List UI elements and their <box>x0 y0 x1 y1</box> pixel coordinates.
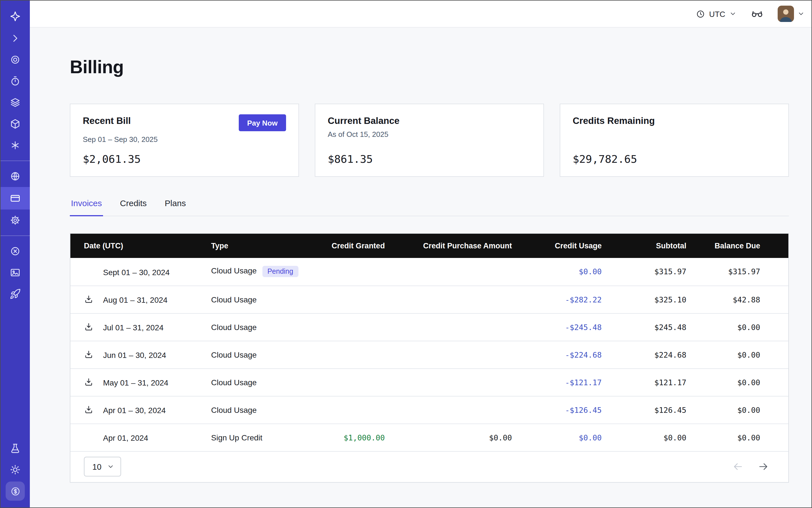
credit-granted-cell <box>312 313 385 341</box>
glasses-button[interactable] <box>751 8 763 20</box>
sidebar-item-cube[interactable] <box>1 113 30 135</box>
type-cell: Cloud Usage <box>211 368 312 396</box>
invoice-type: Cloud Usage <box>211 295 257 304</box>
balance-as-of: As of Oct 15, 2025 <box>328 130 531 138</box>
download-slot <box>84 378 103 387</box>
sidebar-item-images[interactable] <box>1 262 30 283</box>
column-header-credit-granted: Credit Granted <box>312 234 385 258</box>
coin-button-background <box>6 481 25 501</box>
download-invoice-button[interactable] <box>84 405 93 415</box>
timezone-selector[interactable]: UTC <box>696 9 736 18</box>
balance-due-cell: $315.97 <box>686 258 788 286</box>
card-title: Credits Remaining <box>573 116 655 126</box>
timezone-label: UTC <box>709 9 725 18</box>
download-invoice-button[interactable] <box>84 295 93 304</box>
credit-purchase-cell <box>385 368 512 396</box>
balance-due-cell: $42.88 <box>686 286 788 313</box>
sun-icon <box>9 464 21 475</box>
balance-due-cell: $0.00 <box>686 368 788 396</box>
balance-due-cell: $0.00 <box>686 341 788 368</box>
arrow-right-icon <box>758 461 769 472</box>
sidebar-item-launch[interactable] <box>1 283 30 305</box>
date-cell: Jun 01 – 30, 2024 <box>71 341 211 368</box>
chevron-down-icon <box>107 463 114 470</box>
column-header-balance-due: Balance Due <box>686 234 788 258</box>
credit-granted-cell <box>312 258 385 286</box>
invoice-row: Sept 01 – 30, 2024 Cloud UsagePending $0… <box>71 258 788 286</box>
user-menu[interactable] <box>778 6 805 22</box>
invoices-table: Date (UTC) Type Credit Granted Credit Pu… <box>70 233 789 482</box>
tab-plans[interactable]: Plans <box>164 198 187 216</box>
type-cell: Cloud Usage <box>211 313 312 341</box>
glasses-icon <box>751 8 763 20</box>
stopwatch-icon <box>9 76 21 87</box>
download-invoice-button[interactable] <box>84 378 93 387</box>
download-slot <box>84 295 103 304</box>
credit-card-icon <box>9 193 21 204</box>
sidebar-item-credits[interactable] <box>1 480 30 502</box>
sidebar-item-cancel[interactable] <box>1 241 30 262</box>
download-slot <box>84 350 103 359</box>
sidebar-item-labs[interactable] <box>1 437 30 459</box>
subtotal-cell: $245.48 <box>602 313 686 341</box>
card-title: Current Balance <box>328 116 399 126</box>
invoice-type: Cloud Usage <box>211 350 257 359</box>
sidebar <box>1 1 30 507</box>
sidebar-item-theme[interactable] <box>1 459 30 480</box>
date-cell: Sept 01 – 30, 2024 <box>71 258 211 286</box>
date-cell: Jul 01 – 31, 2024 <box>71 313 211 341</box>
column-header-type: Type <box>211 234 312 258</box>
invoice-row: Aug 01 – 31, 2024 Cloud Usage -$282.22 $… <box>71 286 788 313</box>
credit-granted-cell <box>312 341 385 368</box>
tab-invoices[interactable]: Invoices <box>70 198 103 216</box>
invoice-row: May 01 – 31, 2024 Cloud Usage -$121.17 $… <box>71 368 788 396</box>
invoice-date: Apr 01, 2024 <box>103 433 148 442</box>
download-icon <box>84 405 93 415</box>
sidebar-item-settings[interactable] <box>1 210 30 231</box>
credits-remaining-card: Credits Remaining $29,782.65 <box>560 103 789 177</box>
app-logo[interactable] <box>1 5 30 28</box>
invoice-type: Sign Up Credit <box>211 433 262 442</box>
invoice-date: May 01 – 31, 2024 <box>103 378 168 387</box>
tab-credits[interactable]: Credits <box>119 198 148 216</box>
sidebar-item-billing[interactable] <box>1 187 30 210</box>
next-page-button[interactable] <box>758 461 769 472</box>
chevron-down-icon <box>729 10 736 17</box>
recent-bill-card: Recent Bill Pay Now Sep 01 – Sep 30, 202… <box>70 103 299 177</box>
date-cell: Apr 01 – 30, 2024 <box>71 396 211 424</box>
column-header-credit-usage: Credit Usage <box>512 234 602 258</box>
sidebar-item-network[interactable] <box>1 166 30 187</box>
dollar-coin-icon <box>10 486 20 497</box>
billing-period: Sep 01 – Sep 30, 2025 <box>83 135 286 143</box>
sidebar-item-timer[interactable] <box>1 71 30 92</box>
type-cell: Sign Up Credit <box>211 424 312 451</box>
asterisk-icon <box>9 140 21 151</box>
page-size-select[interactable]: 10 <box>84 457 121 476</box>
invoice-type: Cloud Usage <box>211 378 257 387</box>
pay-now-button[interactable]: Pay Now <box>239 114 286 131</box>
type-cell: Cloud Usage <box>211 286 312 313</box>
subtotal-cell: $224.68 <box>602 341 686 368</box>
subtotal-cell: $315.97 <box>602 258 686 286</box>
prev-page-button[interactable] <box>733 461 743 472</box>
sidebar-item-asterisk[interactable] <box>1 135 30 156</box>
download-icon <box>84 323 93 332</box>
topbar: UTC <box>30 1 811 28</box>
subtotal-cell: $126.45 <box>602 396 686 424</box>
sidebar-expand-button[interactable] <box>1 28 30 49</box>
balance-due-cell: $0.00 <box>686 396 788 424</box>
credit-usage-cell: $0.00 <box>512 424 602 451</box>
credit-purchase-cell: $0.00 <box>385 424 512 451</box>
gear-icon <box>9 215 21 226</box>
pending-badge: Pending <box>262 266 298 278</box>
main-content: Billing Recent Bill Pay Now Sep 01 – Sep… <box>30 28 811 507</box>
date-cell: Apr 01, 2024 <box>71 424 211 451</box>
billing-tabs: Invoices Credits Plans <box>70 198 789 216</box>
column-header-date: Date (UTC) <box>71 234 211 258</box>
download-invoice-button[interactable] <box>84 323 93 332</box>
sidebar-divider <box>1 236 30 236</box>
download-invoice-button[interactable] <box>84 350 93 359</box>
sidebar-item-target[interactable] <box>1 49 30 71</box>
download-icon <box>84 295 93 304</box>
sidebar-item-layers[interactable] <box>1 92 30 113</box>
